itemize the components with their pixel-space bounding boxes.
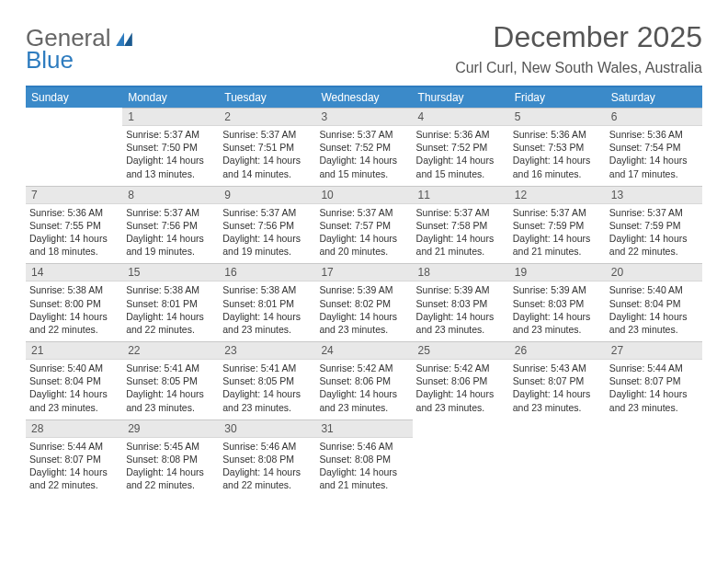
- calendar-day-cell: 12Sunrise: 5:37 AMSunset: 7:59 PMDayligh…: [509, 186, 606, 264]
- sunrise-text: Sunrise: 5:36 AM: [609, 128, 699, 141]
- day-details: Sunrise: 5:37 AMSunset: 7:59 PMDaylight:…: [606, 204, 702, 264]
- calendar-week-row: 28Sunrise: 5:44 AMSunset: 8:07 PMDayligh…: [26, 419, 702, 498]
- calendar-day-cell: 6Sunrise: 5:36 AMSunset: 7:54 PMDaylight…: [606, 108, 702, 186]
- day-details: Sunrise: 5:41 AMSunset: 8:05 PMDaylight:…: [122, 360, 219, 419]
- calendar-day-cell: [606, 419, 702, 498]
- sunrise-text: Sunrise: 5:42 AM: [319, 362, 408, 374]
- weekday-header: Friday: [509, 86, 606, 108]
- day-details: Sunrise: 5:46 AMSunset: 8:08 PMDaylight:…: [219, 438, 315, 498]
- day-number: 23: [219, 341, 315, 360]
- day-details: Sunrise: 5:37 AMSunset: 7:56 PMDaylight:…: [122, 204, 219, 264]
- sunset-text: Sunset: 8:01 PM: [126, 297, 215, 310]
- day-details: Sunrise: 5:46 AMSunset: 8:08 PMDaylight:…: [315, 438, 412, 498]
- sunset-text: Sunset: 8:08 PM: [319, 453, 408, 465]
- day-details: Sunrise: 5:36 AMSunset: 7:54 PMDaylight:…: [606, 126, 702, 186]
- day-details: Sunrise: 5:43 AMSunset: 8:07 PMDaylight:…: [509, 360, 606, 419]
- day-details: Sunrise: 5:44 AMSunset: 8:07 PMDaylight:…: [606, 360, 702, 419]
- calendar-day-cell: 26Sunrise: 5:43 AMSunset: 8:07 PMDayligh…: [509, 341, 606, 419]
- sunrise-text: Sunrise: 5:36 AM: [416, 128, 506, 141]
- daylight-text: Daylight: 14 hours and 18 minutes.: [29, 232, 119, 258]
- sunrise-text: Sunrise: 5:40 AM: [609, 283, 699, 296]
- calendar-week-row: 14Sunrise: 5:38 AMSunset: 8:00 PMDayligh…: [26, 263, 702, 341]
- sunrise-text: Sunrise: 5:39 AM: [513, 283, 602, 296]
- calendar-day-cell: 19Sunrise: 5:39 AMSunset: 8:03 PMDayligh…: [509, 263, 606, 341]
- day-number: 19: [509, 263, 606, 282]
- day-number: 27: [606, 341, 702, 360]
- sunrise-text: Sunrise: 5:41 AM: [126, 362, 215, 374]
- sunset-text: Sunset: 8:02 PM: [319, 297, 408, 310]
- sunrise-text: Sunrise: 5:38 AM: [126, 283, 215, 296]
- day-details: Sunrise: 5:36 AMSunset: 7:55 PMDaylight:…: [26, 204, 122, 264]
- sunset-text: Sunset: 8:06 PM: [319, 374, 408, 387]
- day-number: 14: [26, 263, 122, 282]
- day-details: Sunrise: 5:38 AMSunset: 8:00 PMDaylight:…: [26, 282, 122, 341]
- day-details: Sunrise: 5:42 AMSunset: 8:06 PMDaylight:…: [413, 360, 509, 419]
- calendar-week-row: 21Sunrise: 5:40 AMSunset: 8:04 PMDayligh…: [26, 341, 702, 419]
- weekday-header: Thursday: [413, 86, 509, 108]
- day-number: 7: [26, 186, 122, 204]
- sunrise-text: Sunrise: 5:36 AM: [29, 206, 119, 219]
- day-number: 29: [122, 419, 219, 438]
- daylight-text: Daylight: 14 hours and 22 minutes.: [126, 465, 215, 491]
- daylight-text: Daylight: 14 hours and 23 minutes.: [126, 387, 215, 413]
- calendar-day-cell: 3Sunrise: 5:37 AMSunset: 7:52 PMDaylight…: [315, 108, 412, 186]
- day-number: 18: [413, 263, 509, 282]
- day-number: 5: [509, 108, 606, 126]
- calendar-day-cell: 25Sunrise: 5:42 AMSunset: 8:06 PMDayligh…: [413, 341, 509, 419]
- sunrise-text: Sunrise: 5:43 AM: [513, 362, 602, 374]
- day-number: 9: [219, 186, 315, 204]
- day-details: Sunrise: 5:39 AMSunset: 8:03 PMDaylight:…: [509, 282, 606, 341]
- day-number: 11: [413, 186, 509, 204]
- sunset-text: Sunset: 8:03 PM: [513, 297, 602, 310]
- day-details: Sunrise: 5:39 AMSunset: 8:02 PMDaylight:…: [315, 282, 412, 341]
- calendar-day-cell: 5Sunrise: 5:36 AMSunset: 7:53 PMDaylight…: [509, 108, 606, 186]
- location-label: Curl Curl, New South Wales, Australia: [455, 60, 702, 76]
- day-number: 15: [122, 263, 219, 282]
- sunset-text: Sunset: 7:50 PM: [126, 141, 215, 154]
- sunset-text: Sunset: 7:53 PM: [513, 141, 602, 154]
- weekday-header: Saturday: [606, 86, 702, 108]
- day-number: 16: [219, 263, 315, 282]
- calendar-page: GeneralBlue December 2025 Curl Curl, New…: [0, 0, 728, 497]
- calendar-day-cell: [509, 419, 606, 498]
- calendar-day-cell: 1Sunrise: 5:37 AMSunset: 7:50 PMDaylight…: [122, 108, 219, 186]
- daylight-text: Daylight: 14 hours and 23 minutes.: [222, 310, 312, 336]
- sunrise-text: Sunrise: 5:37 AM: [513, 206, 602, 219]
- daylight-text: Daylight: 14 hours and 22 minutes.: [609, 232, 699, 258]
- daylight-text: Daylight: 14 hours and 23 minutes.: [416, 310, 506, 336]
- daylight-text: Daylight: 14 hours and 22 minutes.: [29, 465, 119, 491]
- sunrise-text: Sunrise: 5:37 AM: [222, 206, 312, 219]
- daylight-text: Daylight: 14 hours and 23 minutes.: [609, 387, 699, 413]
- day-details: Sunrise: 5:37 AMSunset: 7:56 PMDaylight:…: [219, 204, 315, 264]
- sunrise-text: Sunrise: 5:38 AM: [29, 283, 119, 296]
- calendar-day-cell: 16Sunrise: 5:38 AMSunset: 8:01 PMDayligh…: [219, 263, 315, 341]
- day-details: Sunrise: 5:40 AMSunset: 8:04 PMDaylight:…: [26, 360, 122, 419]
- day-number: 2: [219, 108, 315, 126]
- sunset-text: Sunset: 7:59 PM: [513, 219, 602, 232]
- daylight-text: Daylight: 14 hours and 16 minutes.: [513, 154, 602, 179]
- calendar-body: 1Sunrise: 5:37 AMSunset: 7:50 PMDaylight…: [26, 108, 702, 497]
- day-details: Sunrise: 5:36 AMSunset: 7:52 PMDaylight:…: [413, 126, 509, 186]
- day-details: Sunrise: 5:36 AMSunset: 7:53 PMDaylight:…: [509, 126, 606, 186]
- day-details: Sunrise: 5:38 AMSunset: 8:01 PMDaylight:…: [219, 282, 315, 341]
- calendar-day-cell: 7Sunrise: 5:36 AMSunset: 7:55 PMDaylight…: [26, 186, 122, 264]
- calendar-day-cell: 22Sunrise: 5:41 AMSunset: 8:05 PMDayligh…: [122, 341, 219, 419]
- sunset-text: Sunset: 8:00 PM: [29, 297, 119, 310]
- sunset-text: Sunset: 8:07 PM: [29, 453, 119, 465]
- sunset-text: Sunset: 8:01 PM: [222, 297, 312, 310]
- daylight-text: Daylight: 14 hours and 23 minutes.: [416, 387, 506, 413]
- daylight-text: Daylight: 14 hours and 21 minutes.: [319, 465, 408, 491]
- weekday-header: Sunday: [26, 86, 122, 108]
- sunrise-text: Sunrise: 5:44 AM: [609, 362, 699, 374]
- calendar-day-cell: 9Sunrise: 5:37 AMSunset: 7:56 PMDaylight…: [219, 186, 315, 264]
- day-details: Sunrise: 5:42 AMSunset: 8:06 PMDaylight:…: [315, 360, 412, 419]
- day-number: 12: [509, 186, 606, 204]
- weekday-header: Wednesday: [315, 86, 412, 108]
- daylight-text: Daylight: 14 hours and 22 minutes.: [29, 310, 119, 336]
- calendar-table: SundayMondayTuesdayWednesdayThursdayFrid…: [26, 86, 702, 497]
- calendar-day-cell: 17Sunrise: 5:39 AMSunset: 8:02 PMDayligh…: [315, 263, 412, 341]
- day-number: 21: [26, 341, 122, 360]
- daylight-text: Daylight: 14 hours and 22 minutes.: [222, 465, 312, 491]
- day-number: 8: [122, 186, 219, 204]
- calendar-day-cell: 14Sunrise: 5:38 AMSunset: 8:00 PMDayligh…: [26, 263, 122, 341]
